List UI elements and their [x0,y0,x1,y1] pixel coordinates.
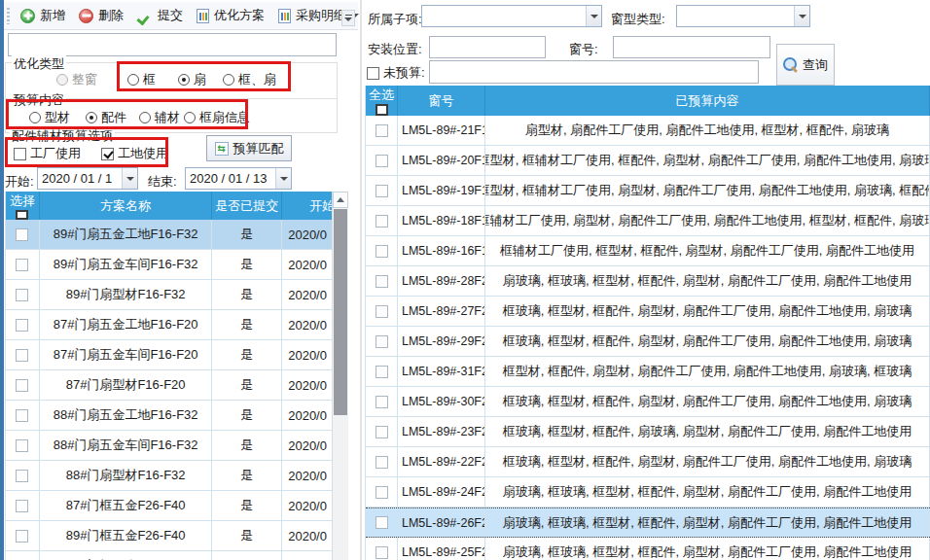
row-checkbox[interactable] [376,396,388,408]
plan-table-row[interactable]: 87#门扇五金车间F16-F20 是 2020/0 [6,340,348,370]
window-table-header: 全选 窗号 已预算内容 [366,86,930,116]
query-button[interactable]: 查询 [776,44,835,86]
row-checkbox[interactable] [376,275,388,288]
no-budget-input[interactable] [429,60,759,84]
plan-table-row[interactable]: 87#门扇五金工地F16-F20 是 2020/0 [6,310,348,340]
radio-profile[interactable]: 型材 [29,109,70,126]
window-table-row[interactable]: LM5L-89#-29F27 框玻璃, 框型材, 框配件, 扇型材, 扇配件工厂… [366,327,930,357]
radio-frame[interactable]: 框 [127,71,156,88]
plan-table-row[interactable]: 88#门扇型材F16-F32 是 2020/0 [6,461,348,491]
plan-table-row[interactable]: 88#门扇五金工地F16-F32 是 2020/0 [6,401,348,431]
row-checkbox[interactable] [376,215,388,228]
row-checkbox[interactable] [376,155,388,167]
row-checkbox[interactable] [376,456,388,469]
window-table-row[interactable]: LM5L-89#-19F17 框型材, 框辅材工厂使用, 扇型材, 扇配件工厂使… [366,176,930,206]
header-window-no[interactable]: 窗号 [398,86,485,116]
budgeted-content-cell: 扇玻璃, 框玻璃, 框型材, 框配件, 扇型材, 扇配件工厂使用, 扇配件工地使… [485,508,930,537]
optimize-plan-button[interactable]: 优化方案 [190,4,271,27]
row-checkbox[interactable] [376,245,388,258]
checkbox-site-use[interactable]: 工地使用 [101,145,168,162]
row-checkbox[interactable] [376,305,388,318]
window-table-row[interactable]: LM5L-89#-21F19 扇型材, 扇配件工厂使用, 扇配件工地使用, 框型… [366,116,930,146]
row-checkbox[interactable] [376,486,388,499]
window-no-cell: LM5L-89#-25F23 [398,538,485,560]
window-table-row[interactable]: LM5L-89#-20F18 框型材, 框辅材工厂使用, 框配件, 扇型材, 扇… [366,146,930,176]
row-checkbox[interactable] [376,516,388,529]
no-budget-checkbox[interactable]: 未预算: [367,64,425,82]
row-checkbox[interactable] [16,409,28,422]
budgeted-content-cell: 框辅材工厂使用, 扇型材, 扇配件工厂使用, 扇配件工地使用, 框型材, 框配件… [485,206,930,235]
plan-table-row[interactable]: 88#门框五金F21-F40 是 2020/0 [6,551,348,560]
radio-frame-sash-info[interactable]: 框扇信息 [184,109,250,126]
radio-whole-window[interactable]: 整窗 [56,71,97,88]
end-date-picker[interactable]: 2020 / 01 / 13 [185,167,292,190]
toolbar-overflow-button[interactable] [341,10,355,26]
submit-button[interactable]: 提交 [130,4,190,27]
row-checkbox[interactable] [376,185,388,197]
row-checkbox[interactable] [16,379,28,392]
window-type-select[interactable] [676,5,810,27]
radio-frame-sash[interactable]: 框、扇 [223,71,276,88]
row-checkbox[interactable] [376,124,388,137]
row-checkbox[interactable] [16,319,28,332]
plan-search-input[interactable] [8,33,337,56]
budget-match-icon [215,142,229,156]
plan-table-row[interactable]: 89#门扇五金车间F16-F32 是 2020/0 [6,250,348,280]
plan-table-row[interactable]: 87#门框五金F26-F40 是 2020/0 [6,491,348,521]
plan-table-row[interactable]: 89#门框五金F26-F40 是 2020/0 [6,521,348,551]
radio-accessory[interactable]: 配件 [86,109,126,126]
row-checkbox[interactable] [16,530,28,542]
window-table-row[interactable]: LM5L-89#-28F26 扇玻璃, 框玻璃, 框型材, 框配件, 扇型材, … [366,266,930,297]
window-no-cell: LM5L-89#-29F27 [398,327,485,356]
panel-divider[interactable] [360,0,362,560]
plan-table-row[interactable]: 88#门扇五金车间F16-F32 是 2020/0 [6,431,348,461]
window-table-row[interactable]: LM5L-89#-18F16 框辅材工厂使用, 扇型材, 扇配件工厂使用, 扇配… [366,206,930,236]
header-plan-name[interactable]: 方案名称 [40,192,212,220]
select-all-checkbox[interactable] [16,210,28,220]
header-budgeted-content[interactable]: 已预算内容 [485,86,930,116]
toolbar-grip[interactable] [7,8,10,24]
row-checkbox[interactable] [16,259,28,271]
plan-table-scrollbar[interactable] [332,192,348,560]
row-checkbox[interactable] [376,366,388,378]
window-table-row[interactable]: LM5L-89#-23F21 框玻璃, 框型材, 框配件, 扇玻璃, 扇型材, … [366,417,930,447]
select-all-checkbox[interactable] [376,104,388,116]
row-checkbox[interactable] [16,439,28,452]
row-checkbox[interactable] [16,470,28,482]
row-checkbox[interactable] [16,289,28,301]
start-date-picker[interactable]: 2020 / 01 / 1 [37,167,138,190]
add-button[interactable]: 新增 [14,4,72,27]
submitted-cell: 是 [212,220,282,249]
radio-sash[interactable]: 扇 [178,71,206,88]
row-checkbox[interactable] [16,228,28,241]
radio-auxiliary[interactable]: 辅材 [139,109,180,126]
scroll-up-icon[interactable] [333,192,348,208]
window-table-row[interactable]: LM5L-89#-25F23 扇玻璃, 框玻璃, 框型材, 框配件, 扇型材, … [366,538,930,560]
row-checkbox[interactable] [376,546,388,559]
window-table-row[interactable]: LM5L-89#-16F15 框辅材工厂使用, 框型材, 框配件, 扇型材, 扇… [366,236,930,266]
window-table-row[interactable]: LM5L-89#-22F20 框玻璃, 框型材, 框配件, 扇型材, 扇配件工厂… [366,447,930,477]
header-submitted[interactable]: 是否已提交 [212,192,282,220]
row-checkbox[interactable] [376,426,388,438]
row-checkbox[interactable] [16,349,28,362]
plan-table-row[interactable]: 89#门扇五金工地F16-F32 是 2020/0 [6,220,348,250]
window-no-cell: LM5L-89#-16F15 [398,236,485,265]
row-checkbox[interactable] [376,335,388,348]
window-table-row[interactable]: LM5L-89#-24F22 扇玻璃, 框玻璃, 框型材, 框配件, 扇型材, … [366,477,930,508]
plan-table-row[interactable]: 89#门扇型材F16-F32 是 2020/0 [6,280,348,310]
window-table-row[interactable]: LM5L-89#-26F24 扇玻璃, 框玻璃, 框型材, 框配件, 扇型材, … [366,508,930,538]
checkbox-factory-use[interactable]: 工厂使用 [14,145,81,162]
delete-button[interactable]: 删除 [72,4,130,27]
window-table-row[interactable]: LM5L-89#-27F25 框玻璃, 框型材, 框配件, 扇型材, 扇配件工厂… [366,297,930,327]
window-no-input[interactable] [613,36,770,58]
scrollbar-thumb[interactable] [334,209,347,415]
sub-item-select[interactable] [421,5,602,27]
chevron-down-icon [280,177,288,181]
budget-match-button[interactable]: 预算匹配 [206,135,292,161]
window-table-row[interactable]: LM5L-89#-31F29 框型材, 框配件, 扇型材, 扇配件工厂使用, 扇… [366,357,930,387]
plan-table-row[interactable]: 87#门扇型材F16-F20 是 2020/0 [6,370,348,401]
install-pos-input[interactable] [429,36,546,58]
row-checkbox[interactable] [16,500,28,512]
chevron-down-icon [126,177,134,181]
window-table-row[interactable]: LM5L-89#-30F28 框玻璃, 框型材, 框配件, 扇型材, 扇配件工厂… [366,387,930,417]
